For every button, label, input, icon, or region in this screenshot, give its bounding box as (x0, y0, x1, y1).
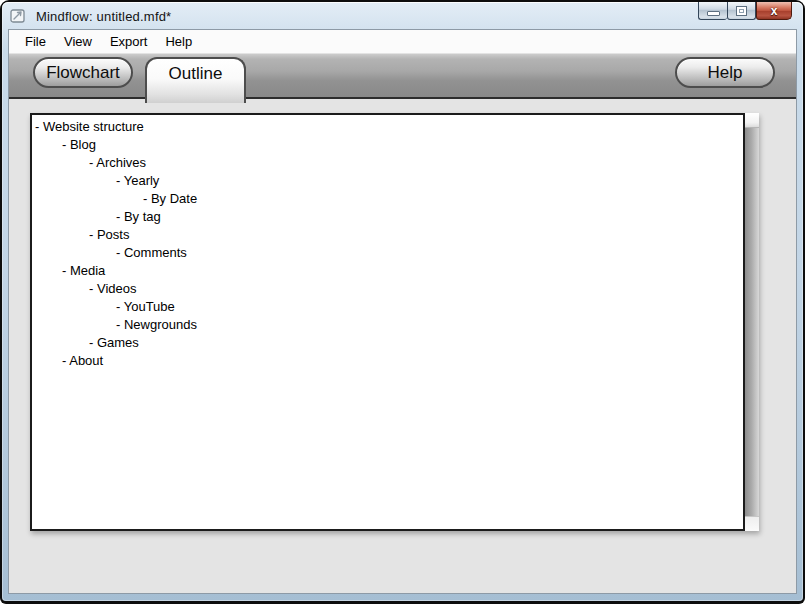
minimize-button[interactable] (698, 2, 727, 20)
tab-outline-label: Outline (169, 64, 223, 84)
window-controls: x (698, 2, 792, 20)
outline-row: - By Date (32, 190, 743, 208)
outline-row: - Website structure (32, 118, 743, 136)
outline-row: - Posts (32, 226, 743, 244)
outline-row: - Videos (32, 280, 743, 298)
outline-row: - YouTube (32, 298, 743, 316)
outline-editor-group: - Website structure - Blog - Archives - … (30, 113, 759, 531)
outline-row: - Games (32, 334, 743, 352)
menu-export[interactable]: Export (101, 31, 157, 52)
app-window: Mindflow: untitled.mfd* x File View Expo… (0, 0, 805, 604)
scrollbar-corner (745, 516, 759, 531)
scrollbar-track[interactable] (745, 128, 759, 516)
tab-outline-active[interactable]: Outline (145, 57, 246, 103)
client-area: File View Export Help Flowchart Outline … (8, 29, 797, 594)
menu-view[interactable]: View (55, 31, 101, 52)
outline-row: - By tag (32, 208, 743, 226)
window-title: Mindflow: untitled.mfd* (36, 9, 171, 24)
outline-row: - About (32, 352, 743, 370)
outline-row: - Comments (32, 244, 743, 262)
menu-file[interactable]: File (16, 31, 55, 52)
menu-help[interactable]: Help (156, 31, 201, 52)
maximize-icon (736, 6, 747, 16)
outline-row: - Archives (32, 154, 743, 172)
close-icon: x (771, 5, 778, 17)
outline-row: - Yearly (32, 172, 743, 190)
outline-row: - Blog (32, 136, 743, 154)
outline-row: - Newgrounds (32, 316, 743, 334)
tab-flowchart[interactable]: Flowchart (33, 57, 133, 88)
menu-bar: File View Export Help (9, 30, 796, 54)
outline-row: - Media (32, 262, 743, 280)
outline-editor[interactable]: - Website structure - Blog - Archives - … (30, 113, 745, 531)
maximize-button[interactable] (727, 2, 756, 20)
titlebar[interactable]: Mindflow: untitled.mfd* (10, 4, 797, 28)
app-logo-icon (10, 8, 28, 24)
help-button[interactable]: Help (675, 57, 775, 88)
tab-flowchart-label: Flowchart (46, 63, 120, 83)
scrollbar-thumb[interactable] (745, 113, 759, 128)
minimize-icon (707, 11, 720, 16)
vertical-scrollbar (745, 113, 759, 531)
content-area: - Website structure - Blog - Archives - … (9, 99, 796, 593)
close-button[interactable]: x (756, 2, 792, 20)
tab-bar: Flowchart Outline Help (9, 54, 796, 99)
help-button-label: Help (708, 63, 743, 83)
